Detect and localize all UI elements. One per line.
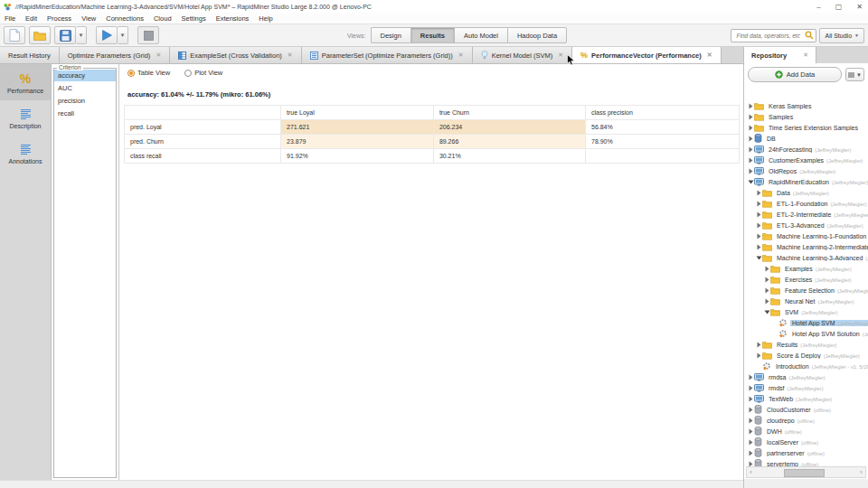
- sidebar-item-performance[interactable]: %Performance: [0, 64, 51, 100]
- scroll-right-arrow[interactable]: ›: [857, 469, 865, 475]
- tab-optimize-parameters-grid[interactable]: Optimize Parameters (Grid)✕: [60, 47, 171, 63]
- tab-kernel-model-svm[interactable]: Kernel Model (SVM)✕: [473, 47, 572, 63]
- maximize-button[interactable]: ▢: [835, 3, 843, 11]
- tree-item-hotel-app-svm[interactable]: Hotel App SVM(JeffreyMiegler - v1: [744, 317, 868, 328]
- collapsed-arrow-icon[interactable]: [763, 266, 770, 272]
- tree-item-data[interactable]: Data(JeffreyMiegler): [744, 187, 868, 198]
- criterion-item-recall[interactable]: recall: [54, 108, 116, 119]
- collapsed-arrow-icon[interactable]: [763, 277, 770, 283]
- menu-item-edit[interactable]: Edit: [25, 14, 37, 23]
- collapsed-arrow-icon[interactable]: [747, 125, 754, 131]
- collapsed-arrow-icon[interactable]: [747, 157, 754, 164]
- scroll-left-arrow[interactable]: ‹: [747, 469, 755, 475]
- collapsed-arrow-icon[interactable]: [747, 136, 754, 142]
- collapsed-arrow-icon[interactable]: [763, 287, 770, 294]
- collapsed-arrow-icon[interactable]: [747, 439, 754, 446]
- tree-item-results[interactable]: Results(JeffreyMiegler): [744, 339, 868, 350]
- collapsed-arrow-icon[interactable]: [755, 211, 762, 218]
- collapsed-arrow-icon[interactable]: [747, 103, 754, 109]
- tree-item-rapidminereducation[interactable]: RapidMinerEducation(JeffreyMiegler): [744, 176, 868, 187]
- view-button-design[interactable]: Design: [371, 27, 410, 43]
- tab-parameterset-optimize-parameters-grid[interactable]: ParameterSet (Optimize Parameters (Grid)…: [302, 47, 473, 63]
- menu-item-file[interactable]: File: [5, 14, 15, 23]
- tree-item-oldrepos[interactable]: OldRepos(JeffreyMiegler): [744, 165, 868, 176]
- collapsed-arrow-icon[interactable]: [747, 374, 754, 380]
- tree-item-machine-learning-1-foundation[interactable]: Machine Learning-1-Foundation(Jeffrey: [744, 230, 868, 241]
- menu-item-extensions[interactable]: Extensions: [216, 14, 250, 23]
- tree-item-24hforecasting[interactable]: 24hForecasting(JeffreyMiegler): [744, 144, 868, 155]
- expanded-arrow-icon[interactable]: [755, 256, 762, 260]
- criterion-item-accuracy[interactable]: accuracy: [54, 70, 116, 81]
- collapsed-arrow-icon[interactable]: [755, 352, 762, 359]
- view-button-auto-model[interactable]: Auto Model: [454, 27, 507, 43]
- close-button[interactable]: ✕: [856, 3, 863, 11]
- collapsed-arrow-icon[interactable]: [755, 342, 762, 348]
- repository-menu-button[interactable]: ▼: [845, 68, 864, 81]
- expanded-arrow-icon[interactable]: [747, 180, 754, 184]
- repository-close-icon[interactable]: ✕: [803, 52, 808, 59]
- collapsed-arrow-icon[interactable]: [747, 428, 754, 435]
- tree-item-partnerserver[interactable]: partnerserver(offline): [744, 447, 868, 458]
- minimize-button[interactable]: –: [816, 3, 820, 11]
- tree-item-neural-net[interactable]: Neural Net(JeffreyMiegler): [744, 296, 868, 306]
- collapsed-arrow-icon[interactable]: [755, 201, 762, 207]
- search-input[interactable]: [734, 32, 805, 40]
- tab-close-icon[interactable]: ✕: [558, 52, 563, 59]
- view-button-results[interactable]: Results: [410, 27, 454, 43]
- tree-item-introduction[interactable]: Introduction(JeffreyMiegler - v1, 5/29/1…: [744, 361, 868, 371]
- tree-item-exercises[interactable]: Exercises(JeffreyMiegler): [744, 274, 868, 285]
- tree-item-etl-1-foundation[interactable]: ETL-1-Foundation(JeffreyMiegler): [744, 198, 868, 209]
- sidebar-item-description[interactable]: Description: [0, 100, 51, 136]
- run-button[interactable]: [96, 26, 118, 44]
- collapsed-arrow-icon[interactable]: [763, 298, 770, 305]
- tab-close-icon[interactable]: ✕: [288, 52, 293, 59]
- tree-item-localserver[interactable]: localServer(offline): [744, 436, 868, 447]
- tab-performancevector-performance[interactable]: %PerformanceVector (Performance)✕: [572, 47, 722, 63]
- tab-result-history[interactable]: Result History: [0, 47, 60, 63]
- collapsed-arrow-icon[interactable]: [755, 222, 762, 229]
- tree-item-cloudcustomer[interactable]: CloudCustomer(offline): [744, 404, 868, 415]
- collapsed-arrow-icon[interactable]: [747, 168, 754, 174]
- tree-item-score-deploy[interactable]: Score & Deploy(JeffreyMiegler): [744, 350, 868, 361]
- collapsed-arrow-icon[interactable]: [747, 450, 754, 456]
- tree-item-textweb[interactable]: TextWeb(JeffreyMiegler): [744, 393, 868, 404]
- tree-item-hotel-app-svm-solution[interactable]: Hotel App SVM Solution(JeffreyMe: [744, 328, 868, 339]
- collapsed-arrow-icon[interactable]: [747, 396, 754, 402]
- collapsed-arrow-icon[interactable]: [755, 233, 762, 239]
- tab-close-icon[interactable]: ✕: [458, 52, 464, 59]
- view-mode-radio-table-view[interactable]: Table View: [127, 69, 170, 77]
- tree-item-examples[interactable]: Examples(JeffreyMiegler): [744, 263, 868, 274]
- new-process-button[interactable]: [4, 26, 25, 44]
- add-data-button[interactable]: Add Data: [748, 67, 842, 82]
- scroll-thumb[interactable]: [784, 469, 825, 477]
- tree-item-etl-3-advanced[interactable]: ETL-3-Advanced(JeffreyMiegler): [744, 220, 868, 230]
- tree-item-rmdsf[interactable]: rmdsf(JeffreyMiegler): [744, 382, 868, 393]
- collapsed-arrow-icon[interactable]: [755, 244, 762, 250]
- tab-close-icon[interactable]: ✕: [156, 52, 161, 59]
- tree-item-cloudrepo[interactable]: cloudrepo(offline): [744, 415, 868, 426]
- menu-item-settings[interactable]: Settings: [182, 14, 206, 23]
- tree-item-dwh[interactable]: DWH(offline): [744, 426, 868, 436]
- tree-item-servertemp[interactable]: servertemp(offline): [744, 458, 868, 466]
- tree-item-rmdsa[interactable]: rmdsa(JeffreyMiegler): [744, 371, 868, 382]
- view-button-hadoop-data[interactable]: Hadoop Data: [507, 27, 567, 43]
- collapsed-arrow-icon[interactable]: [747, 418, 754, 424]
- criterion-item-precision[interactable]: precision: [54, 95, 116, 107]
- view-mode-radio-plot-view[interactable]: Plot View: [184, 69, 222, 77]
- menu-item-cloud[interactable]: Cloud: [154, 14, 172, 23]
- save-button-dropdown[interactable]: ▼: [76, 26, 87, 44]
- collapsed-arrow-icon[interactable]: [755, 190, 762, 196]
- collapsed-arrow-icon[interactable]: [747, 146, 754, 153]
- collapsed-arrow-icon[interactable]: [747, 385, 754, 391]
- criterion-item-auc[interactable]: AUC: [54, 82, 116, 94]
- collapsed-arrow-icon[interactable]: [747, 114, 754, 120]
- tab-close-icon[interactable]: ✕: [707, 52, 712, 59]
- tree-item-keras-samples[interactable]: Keras Samples: [744, 100, 868, 111]
- menu-item-view[interactable]: View: [81, 14, 96, 23]
- tree-item-machine-learning-3-advanced[interactable]: Machine Learning-3-Advanced(JeffreyM: [744, 252, 868, 263]
- tree-item-svm[interactable]: SVM(JeffreyMiegler): [744, 306, 868, 317]
- tree-item-feature-selection[interactable]: Feature Selection(JeffreyMiegler): [744, 285, 868, 296]
- menu-item-help[interactable]: Help: [259, 14, 272, 23]
- menu-item-process[interactable]: Process: [47, 14, 71, 23]
- open-button[interactable]: [29, 26, 51, 44]
